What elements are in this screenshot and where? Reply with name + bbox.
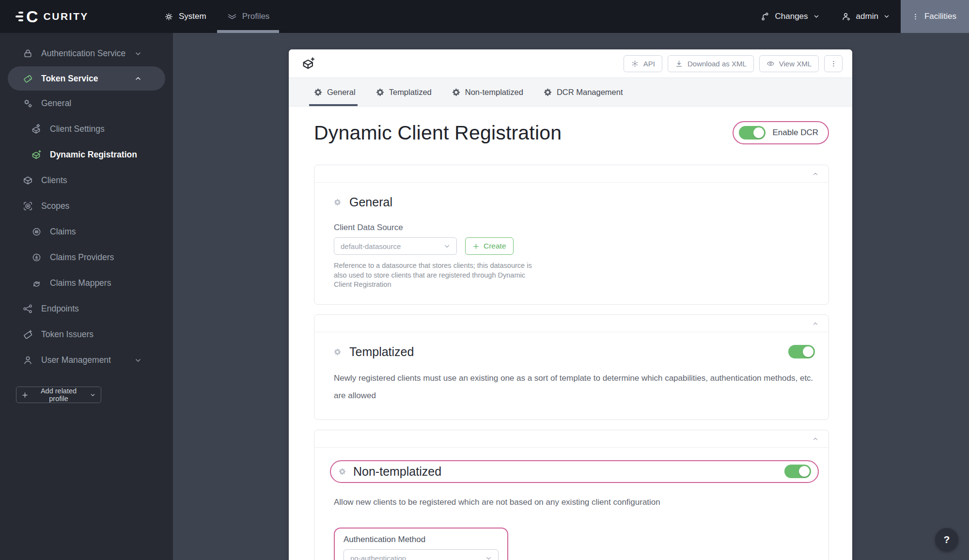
user-gear-icon: [841, 12, 851, 22]
top-tabs: System Profiles: [160, 0, 273, 33]
chevron-up-icon[interactable]: [812, 320, 819, 327]
chevron-down-icon: [90, 392, 96, 398]
chevron-up-icon: [134, 75, 142, 82]
card-header-actions: API Download as XML View XML: [624, 55, 843, 72]
logo-wordmark: CURITY: [44, 11, 89, 22]
non-templatized-header-focus-ring: Non-templatized: [330, 460, 819, 483]
templatized-description: Newly registered clients must use an exi…: [334, 370, 815, 405]
sidebar-item-endpoints[interactable]: Endpoints: [0, 296, 173, 322]
gear-icon: [376, 88, 384, 96]
cube-plus-icon: [301, 56, 316, 71]
client-data-source-label: Client Data Source: [334, 223, 815, 233]
lock-icon: [22, 48, 33, 59]
chevron-down-icon: [883, 13, 890, 20]
authentication-method-focus-ring: Authentication Method no-authentication: [334, 528, 508, 560]
loop-arrows-icon: [31, 278, 42, 289]
tab-templatized[interactable]: Templatized: [376, 78, 432, 106]
logo-speedlines-icon: [15, 12, 23, 21]
client-data-source-help-text: Reference to a datasource that stores cl…: [334, 261, 535, 290]
tab-non-templatized[interactable]: Non-templatized: [452, 78, 523, 106]
sidebar-item-client-settings[interactable]: Client Settings: [0, 116, 173, 142]
tab-general[interactable]: General: [314, 78, 356, 106]
more-options-button[interactable]: [824, 55, 843, 72]
chevron-down-icon: [134, 357, 142, 364]
non-templatized-section: Non-templatized Allow new clients to be …: [314, 430, 829, 560]
tab-dcr-management[interactable]: DCR Management: [544, 78, 623, 106]
sidebar-item-authentication-service[interactable]: Authentication Service: [0, 41, 173, 66]
gear-icon: [164, 12, 174, 22]
view-xml-button[interactable]: View XML: [759, 55, 819, 72]
non-templatized-toggle[interactable]: [784, 465, 811, 478]
enable-dcr-control[interactable]: Enable DCR: [733, 121, 829, 144]
sidebar-item-claims-mappers[interactable]: Claims Mappers: [0, 270, 173, 296]
dcr-settings-card: API Download as XML View XML General Tem…: [289, 49, 852, 560]
gear-icon: [544, 88, 552, 96]
gear-icon: [314, 88, 322, 96]
general-section: General Client Data Source default-datas…: [314, 165, 829, 305]
claims-circle-icon: [31, 226, 42, 237]
facilities-button[interactable]: Facilities: [901, 0, 969, 33]
enable-dcr-label: Enable DCR: [773, 128, 819, 138]
sidebar-item-scopes[interactable]: Scopes: [0, 193, 173, 219]
download-xml-button[interactable]: Download as XML: [668, 55, 754, 72]
chevron-down-icon: [485, 555, 492, 560]
general-section-title: General: [349, 195, 392, 209]
kebab-menu-icon: [911, 13, 920, 21]
cube-gear-icon: [31, 124, 42, 135]
layers-icon: [227, 11, 237, 22]
card-tabbar: General Templatized Non-templatized DCR …: [289, 78, 852, 107]
general-collapse-strip: [314, 165, 828, 183]
topbar-right-actions: Changes admin Facilities: [750, 0, 969, 33]
logo-c-glyph: C: [26, 7, 38, 26]
plus-icon: [472, 243, 480, 250]
chevron-down-icon: [813, 13, 820, 20]
share-nodes-icon: [22, 303, 33, 314]
create-datasource-button[interactable]: Create: [465, 237, 514, 255]
changes-menu[interactable]: Changes: [750, 0, 830, 33]
help-button[interactable]: ?: [935, 528, 958, 551]
authentication-method-select[interactable]: no-authentication: [344, 549, 499, 560]
gear-icon: [452, 88, 460, 96]
sidebar-item-token-issuers[interactable]: Token Issuers: [0, 322, 173, 347]
templatized-toggle[interactable]: [788, 345, 815, 358]
add-related-profile-button[interactable]: Add related profile: [16, 387, 101, 403]
templatized-section-title: Templatized: [349, 345, 414, 359]
tab-profiles[interactable]: Profiles: [223, 0, 274, 33]
branch-icon: [760, 12, 770, 22]
gear-icon: [334, 199, 341, 206]
api-button[interactable]: API: [624, 55, 662, 72]
sidebar-item-clients[interactable]: Clients: [0, 168, 173, 193]
sidebar-item-user-management[interactable]: User Management: [0, 347, 173, 373]
page-title: Dynamic Client Registration: [314, 122, 562, 144]
card-header: API Download as XML View XML: [289, 49, 852, 78]
user-menu[interactable]: admin: [830, 0, 901, 33]
non-templatized-collapse-strip: [314, 430, 828, 448]
templatized-collapse-strip: [314, 315, 828, 332]
sidebar-item-token-service[interactable]: Token Service: [8, 66, 165, 91]
curity-logo: C CURITY: [0, 0, 160, 33]
tab-system[interactable]: System: [160, 0, 210, 33]
sidebar-item-general[interactable]: General: [0, 91, 173, 116]
client-data-source-select[interactable]: default-datasource: [334, 237, 457, 255]
user-icon: [22, 355, 33, 366]
card-content: Dynamic Client Registration Enable DCR G…: [289, 121, 852, 560]
ticket-icon: [22, 73, 33, 84]
sidebar-item-claims[interactable]: Claims: [0, 219, 173, 245]
scan-icon: [22, 201, 33, 212]
gear-icon: [339, 468, 346, 475]
top-navigation-bar: C CURITY System Profiles Changes admin F…: [0, 0, 969, 33]
eye-icon: [766, 60, 775, 68]
chevron-up-icon[interactable]: [812, 436, 819, 442]
chevron-up-icon[interactable]: [812, 171, 819, 177]
profile-sidebar: Authentication Service Token Service Gen…: [0, 33, 173, 560]
cube-icon: [22, 175, 33, 186]
cube-plus-icon: [31, 149, 42, 160]
sidebar-item-dynamic-registration[interactable]: Dynamic Registration: [0, 142, 173, 168]
sidebar-item-claims-providers[interactable]: Claims Providers: [0, 245, 173, 270]
chevron-down-icon: [443, 243, 451, 250]
templatized-section: Templatized Newly registered clients mus…: [314, 314, 829, 420]
enable-dcr-toggle[interactable]: [739, 126, 766, 140]
circle-download-icon: [31, 252, 42, 263]
plus-icon: [21, 391, 29, 399]
authentication-method-label: Authentication Method: [344, 535, 499, 544]
